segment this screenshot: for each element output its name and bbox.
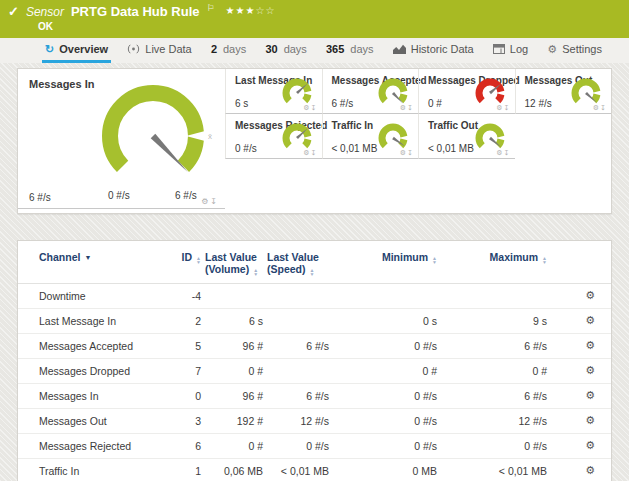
cell-id: 7	[153, 359, 203, 384]
cell-volume: 0 #	[203, 359, 265, 384]
gauge-settings-icon[interactable]: ⚙	[496, 104, 503, 111]
sort-icon[interactable]: ▲▼	[542, 256, 547, 264]
channel-settings-gear-icon[interactable]: ⚙	[585, 414, 595, 426]
column-header-maximum[interactable]: Maximum	[490, 251, 538, 263]
channel-settings-gear-icon[interactable]: ⚙	[585, 439, 595, 451]
cell-max: 0 #	[439, 359, 549, 384]
tab-label-number: 2	[211, 43, 217, 55]
overview-icon: ↻	[45, 44, 54, 55]
cell-speed: 6 #/s	[265, 384, 331, 409]
tab-settings[interactable]: ⚙ Settings	[544, 38, 605, 63]
column-header-last-value-volume[interactable]: Last Value (Volume)	[205, 251, 257, 275]
gauges-card: Messages In x̄ 0 #/s 6 #/s 6 #/s ⚙↧ Last…	[17, 68, 612, 214]
gauge-scale-max: 6 #/s	[175, 190, 197, 201]
tab-label: days	[350, 43, 373, 55]
table-row: Downtime-4⚙	[18, 284, 611, 309]
tab-365-days[interactable]: 365 days	[323, 38, 377, 63]
gauge-pin-icon[interactable]: ↧	[407, 104, 414, 111]
gauge-pin-icon[interactable]: ↧	[504, 149, 511, 156]
channel-settings-gear-icon[interactable]: ⚙	[585, 339, 595, 351]
tab-live-data[interactable]: Live Data	[124, 38, 194, 63]
flag-icon[interactable]: ⚐	[207, 3, 215, 13]
cell-channel[interactable]: Messages Dropped	[18, 359, 153, 384]
mini-gauge-value: 0 #/s	[235, 143, 257, 154]
channels-table-body: Downtime-4⚙Last Message In26 s0 s9 s⚙Mes…	[18, 284, 611, 481]
gauge-pin-icon[interactable]: ↧	[311, 149, 318, 156]
sensor-name[interactable]: PRTG Data Hub Rule	[71, 4, 200, 19]
gauge-settings-icon[interactable]: ⚙	[496, 149, 503, 156]
mini-gauge-value: 0 #	[428, 98, 442, 109]
cell-speed: 12 #/s	[265, 409, 331, 434]
cell-channel[interactable]: Downtime	[18, 284, 153, 309]
star-rating[interactable]: ★★★☆☆	[226, 5, 276, 16]
cell-channel[interactable]: Messages Out	[18, 409, 153, 434]
cell-channel[interactable]: Last Message In	[18, 309, 153, 334]
cell-channel[interactable]: Traffic In	[18, 459, 153, 481]
tab-30-days[interactable]: 30 days	[262, 38, 310, 63]
sort-icon[interactable]: ▲▼	[253, 268, 258, 276]
cell-id: 1	[153, 459, 203, 481]
tab-overview[interactable]: ↻ Overview	[42, 38, 111, 63]
table-row: Messages Accepted596 #6 #/s0 #/s6 #/s⚙	[18, 334, 611, 359]
cell-id: 5	[153, 334, 203, 359]
tab-log[interactable]: Log	[490, 38, 531, 63]
log-icon	[493, 44, 505, 54]
sort-icon[interactable]: ▲▼	[196, 256, 201, 264]
cell-speed: 0 #/s	[265, 434, 331, 459]
cell-max: 12 #/s	[439, 409, 549, 434]
cell-speed: < 0,01 MB	[265, 459, 331, 481]
gauge-pin-icon[interactable]: ↧	[210, 197, 219, 206]
cell-id: -4	[153, 284, 203, 309]
cell-volume: 0 #	[203, 434, 265, 459]
table-row: Last Message In26 s0 s9 s⚙	[18, 309, 611, 334]
channel-settings-gear-icon[interactable]: ⚙	[585, 389, 595, 401]
tab-2-days[interactable]: 2 days	[208, 38, 249, 63]
cell-max: 0 #/s	[439, 434, 549, 459]
svg-text:x̄: x̄	[208, 132, 212, 141]
sort-icon[interactable]: ▲▼	[432, 256, 437, 264]
gauge-settings-icon[interactable]: ⚙	[303, 104, 310, 111]
gauge-scale-min: 0 #/s	[108, 190, 130, 201]
cell-settings: ⚙	[549, 309, 611, 334]
column-header-minimum[interactable]: Minimum	[382, 251, 428, 263]
gauge-pin-icon[interactable]: ↧	[311, 104, 318, 111]
sort-icon[interactable]: ▲▼	[310, 268, 315, 276]
cell-min: 0 MB	[331, 459, 439, 481]
table-header-row: Channel▼ ID▲▼ Last Value (Volume)▲▼ Last…	[18, 241, 611, 284]
channel-settings-gear-icon[interactable]: ⚙	[585, 364, 595, 376]
tab-label: Historic Data	[411, 43, 474, 55]
empty-grid-cell	[515, 114, 612, 159]
gauge-settings-icon[interactable]: ⚙	[201, 197, 210, 206]
cell-channel[interactable]: Messages Accepted	[18, 334, 153, 359]
mini-gauge-value: 6 #/s	[332, 98, 354, 109]
mini-gauge-panel-last-message-in: Last Message In6 s⚙↧	[225, 69, 322, 114]
channel-settings-gear-icon[interactable]: ⚙	[585, 314, 595, 326]
cell-volume	[203, 284, 265, 309]
gauge-pin-icon[interactable]: ↧	[504, 104, 511, 111]
cell-id: 2	[153, 309, 203, 334]
cell-channel[interactable]: Messages In	[18, 384, 153, 409]
cell-min: 0 #/s	[331, 434, 439, 459]
mini-gauge-value: 12 #/s	[525, 98, 552, 109]
channel-settings-gear-icon[interactable]: ⚙	[585, 289, 595, 301]
gauge-pin-icon[interactable]: ↧	[407, 149, 414, 156]
cell-id: 0	[153, 384, 203, 409]
mini-gauge-panel-traffic-out: Traffic Out< 0,01 MB⚙↧	[418, 114, 515, 159]
column-header-id[interactable]: ID	[182, 251, 193, 263]
tab-historic-data[interactable]: Historic Data	[390, 38, 477, 63]
sort-desc-icon[interactable]: ▼	[84, 254, 91, 261]
channels-table-card: Channel▼ ID▲▼ Last Value (Volume)▲▼ Last…	[17, 240, 612, 481]
cell-speed: 6 #/s	[265, 334, 331, 359]
channel-settings-gear-icon[interactable]: ⚙	[585, 464, 595, 476]
page-content: Messages In x̄ 0 #/s 6 #/s 6 #/s ⚙↧ Last…	[0, 63, 629, 481]
cell-speed	[265, 284, 331, 309]
cell-channel[interactable]: Messages Rejected	[18, 434, 153, 459]
gauge-pin-icon[interactable]: ↧	[600, 104, 607, 111]
column-header-channel[interactable]: Channel	[39, 251, 80, 263]
channels-table: Channel▼ ID▲▼ Last Value (Volume)▲▼ Last…	[18, 241, 611, 481]
tab-label: days	[284, 43, 307, 55]
tab-label: Live Data	[145, 43, 191, 55]
tab-label: Log	[510, 43, 528, 55]
gauge-settings-icon[interactable]: ⚙	[303, 149, 310, 156]
mini-gauge-panel-messages-dropped: Messages Dropped0 #⚙↧	[418, 69, 515, 114]
